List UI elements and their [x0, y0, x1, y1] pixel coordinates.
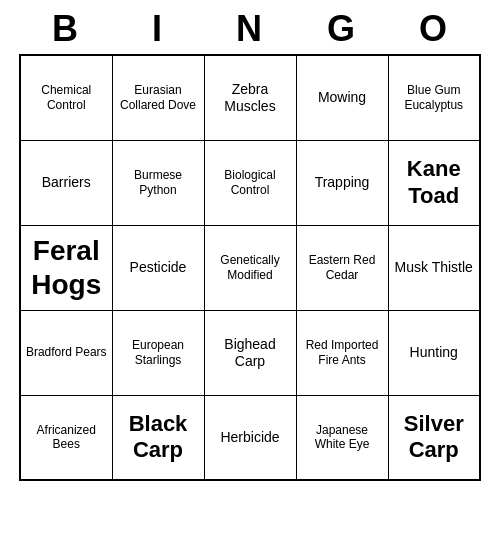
- header-g: G: [296, 8, 388, 50]
- bingo-grid: Chemical ControlEurasian Collared DoveZe…: [19, 54, 481, 481]
- table-cell: Blue Gum Eucalyptus: [388, 55, 480, 140]
- table-cell: Trapping: [296, 140, 388, 225]
- table-cell: Eurasian Collared Dove: [112, 55, 204, 140]
- table-cell: Bighead Carp: [204, 310, 296, 395]
- table-cell: Red Imported Fire Ants: [296, 310, 388, 395]
- header-n: N: [204, 8, 296, 50]
- table-cell: Musk Thistle: [388, 225, 480, 310]
- table-cell: Biological Control: [204, 140, 296, 225]
- table-row: Africanized BeesBlack CarpHerbicideJapan…: [20, 395, 480, 480]
- table-cell: Genetically Modified: [204, 225, 296, 310]
- table-row: Chemical ControlEurasian Collared DoveZe…: [20, 55, 480, 140]
- table-cell: Black Carp: [112, 395, 204, 480]
- header-o: O: [388, 8, 480, 50]
- table-cell: Burmese Python: [112, 140, 204, 225]
- table-row: BarriersBurmese PythonBiological Control…: [20, 140, 480, 225]
- table-cell: Silver Carp: [388, 395, 480, 480]
- table-cell: Barriers: [20, 140, 112, 225]
- table-cell: European Starlings: [112, 310, 204, 395]
- table-cell: Hunting: [388, 310, 480, 395]
- table-row: Bradford PearsEuropean StarlingsBighead …: [20, 310, 480, 395]
- table-row: Feral HogsPesticideGenetically ModifiedE…: [20, 225, 480, 310]
- bingo-header: B I N G O: [20, 0, 480, 54]
- table-cell: Japanese White Eye: [296, 395, 388, 480]
- header-i: I: [112, 8, 204, 50]
- header-b: B: [20, 8, 112, 50]
- table-cell: Bradford Pears: [20, 310, 112, 395]
- table-cell: Herbicide: [204, 395, 296, 480]
- table-cell: Chemical Control: [20, 55, 112, 140]
- table-cell: Feral Hogs: [20, 225, 112, 310]
- table-cell: Mowing: [296, 55, 388, 140]
- table-cell: Kane Toad: [388, 140, 480, 225]
- grid-body: Chemical ControlEurasian Collared DoveZe…: [20, 55, 480, 480]
- table-cell: Africanized Bees: [20, 395, 112, 480]
- table-cell: Eastern Red Cedar: [296, 225, 388, 310]
- table-cell: Pesticide: [112, 225, 204, 310]
- table-cell: Zebra Muscles: [204, 55, 296, 140]
